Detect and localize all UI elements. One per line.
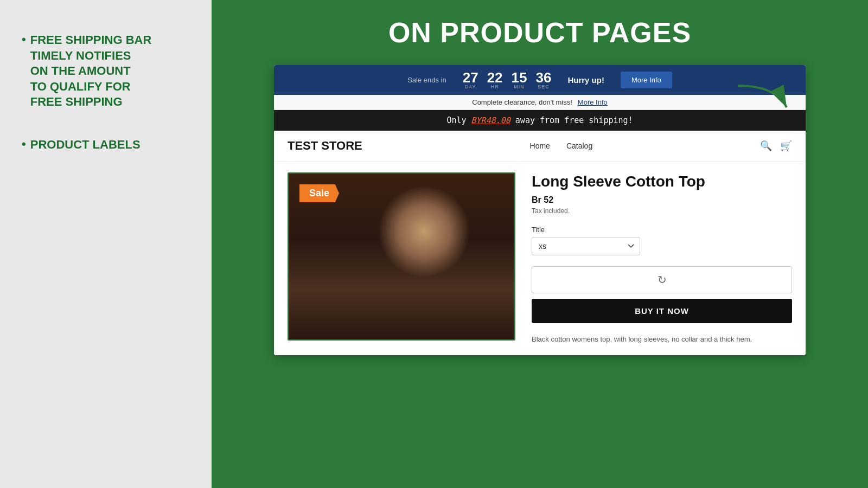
search-icon[interactable]: 🔍 — [760, 140, 772, 152]
countdown-numbers: 27 DAY 22 HR 15 MIN 36 SEC — [463, 70, 552, 89]
page-title: ON PRODUCT PAGES — [388, 16, 691, 49]
clearance-text: Complete clearance, don't miss! — [472, 98, 572, 106]
product-sku: Br 52 — [532, 195, 792, 205]
hurry-up-text: Hurry up! — [567, 75, 604, 85]
countdown-seconds: 36 SEC — [535, 70, 551, 89]
countdown-seconds-num: 36 — [535, 70, 551, 85]
store-name: TEST STORE — [288, 139, 362, 153]
arrow-indicator-icon — [732, 80, 803, 113]
sidebar-section-shipping: • FREE SHIPPING BAR TIMELY NOTIFIES ON T… — [22, 33, 190, 110]
sidebar-bullet-labels: • PRODUCT LABELS — [22, 137, 190, 153]
sale-ends-label: Sale ends in — [407, 76, 446, 84]
countdown-days-num: 27 — [463, 70, 478, 85]
countdown-hours-label: HR — [491, 85, 499, 89]
sale-badge: Sale — [299, 184, 339, 202]
product-content: Sale Long Sleeve Cotton Top Br 52 Tax in… — [274, 162, 806, 355]
product-name: Long Sleeve Cotton Top — [532, 172, 792, 191]
countdown-hours-num: 22 — [487, 70, 503, 85]
bullet-dot-labels: • — [22, 137, 26, 151]
product-mockup: Sale ends in 27 DAY 22 HR 15 MIN — [274, 65, 806, 355]
cart-icon[interactable]: 🛒 — [780, 140, 792, 152]
product-details: Long Sleeve Cotton Top Br 52 Tax include… — [532, 172, 792, 344]
product-tax: Tax included. — [532, 207, 792, 215]
sidebar-text-labels: PRODUCT LABELS — [30, 137, 141, 153]
shipping-text-after: away from free shipping! — [510, 115, 633, 125]
countdown-minutes: 15 MIN — [512, 70, 527, 89]
clearance-link[interactable]: More Info — [578, 98, 608, 106]
free-shipping-bar: Only BYR48.00 away from free shipping! — [274, 110, 806, 131]
countdown-hours: 22 HR — [487, 70, 503, 89]
sidebar-text-shipping: FREE SHIPPING BAR TIMELY NOTIFIES ON THE… — [30, 33, 152, 110]
buy-now-button[interactable]: BUY IT NOW — [532, 299, 792, 323]
shipping-text-before: Only — [446, 115, 471, 125]
countdown-days-label: DAY — [465, 85, 476, 89]
product-option-label: Title — [532, 226, 792, 234]
store-header: TEST STORE Home Catalog 🔍 🛒 — [274, 131, 806, 162]
main-area: ON PRODUCT PAGES Sale ends in 27 DAY 22 … — [212, 0, 868, 488]
sidebar-section-labels: • PRODUCT LABELS — [22, 137, 190, 153]
more-info-button[interactable]: More Info — [621, 72, 672, 88]
bullet-dot-shipping: • — [22, 33, 26, 47]
countdown-seconds-label: SEC — [538, 85, 550, 89]
add-to-cart-button[interactable]: ↻ — [532, 266, 792, 293]
product-size-select[interactable]: xs — [532, 237, 640, 255]
product-description: Black cotton womens top, with long sleev… — [532, 334, 792, 345]
nav-home[interactable]: Home — [530, 142, 550, 150]
countdown-minutes-label: MIN — [514, 85, 525, 89]
left-sidebar: • FREE SHIPPING BAR TIMELY NOTIFIES ON T… — [0, 0, 212, 488]
cart-spinner-icon: ↻ — [658, 273, 667, 286]
nav-catalog[interactable]: Catalog — [566, 142, 592, 150]
sidebar-bullet-shipping: • FREE SHIPPING BAR TIMELY NOTIFIES ON T… — [22, 33, 190, 110]
product-image-container: Sale — [288, 172, 515, 341]
shipping-amount: BYR48.00 — [471, 115, 510, 125]
clearance-bar: Complete clearance, don't miss! More Inf… — [274, 95, 806, 110]
countdown-bar: Sale ends in 27 DAY 22 HR 15 MIN — [274, 65, 806, 95]
countdown-days: 27 DAY — [463, 70, 478, 89]
store-icons: 🔍 🛒 — [760, 140, 792, 152]
store-nav: Home Catalog — [373, 142, 749, 150]
countdown-minutes-num: 15 — [512, 70, 527, 85]
